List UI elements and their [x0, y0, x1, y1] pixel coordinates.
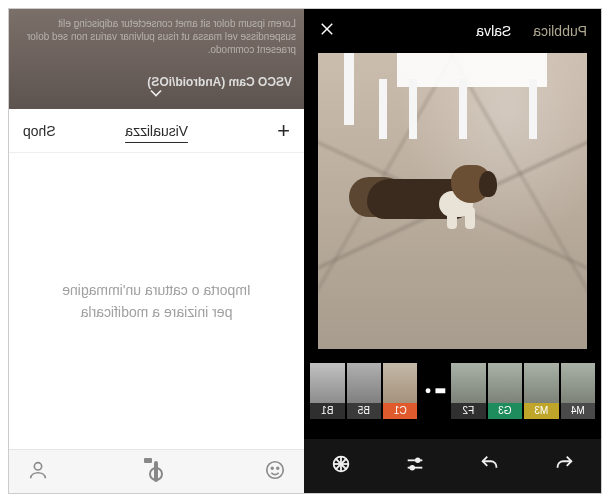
close-icon	[318, 20, 336, 38]
camera-icon	[155, 461, 159, 482]
filter-thumb[interactable]: G3	[488, 363, 522, 419]
presets-button[interactable]	[330, 453, 352, 479]
editor-header: Pubblica Salva	[304, 9, 601, 53]
profile-button[interactable]	[27, 459, 49, 485]
photo-dog	[345, 161, 495, 233]
compare-icon	[420, 376, 450, 406]
photo-preview[interactable]	[318, 53, 587, 349]
empty-state-line2: per iniziare a modificarla	[62, 301, 251, 323]
filter-label: M3	[524, 403, 558, 419]
filter-thumb[interactable]: F2	[451, 363, 485, 419]
filter-label: F2	[451, 403, 485, 419]
library-tabs: + Visualizza Shop	[9, 109, 304, 153]
background-text-blur: Lorem ipsum dolor sit amet consectetur a…	[17, 17, 296, 56]
publish-button[interactable]: Pubblica	[533, 23, 587, 39]
photo-chair	[318, 53, 587, 127]
preset-wheel-icon	[330, 453, 352, 475]
svg-point-3	[426, 389, 431, 394]
svg-point-6	[416, 459, 420, 463]
tab-view[interactable]: Visualizza	[125, 123, 188, 139]
svg-rect-2	[436, 389, 446, 394]
compare-toggle[interactable]	[420, 363, 450, 419]
filter-thumb[interactable]: M3	[524, 363, 558, 419]
tab-shop[interactable]: Shop	[23, 123, 56, 139]
sliders-icon	[404, 453, 426, 475]
redo-button[interactable]	[479, 453, 501, 479]
filter-thumb[interactable]: M4	[561, 363, 595, 419]
empty-state-line1: Importa o cattura un'immagine	[62, 279, 251, 301]
profile-icon	[27, 459, 49, 481]
expand-down-button[interactable]	[147, 83, 167, 105]
library-footer	[9, 449, 304, 493]
svg-point-13	[267, 461, 284, 478]
library-empty-state: Importa o cattura un'immagine per inizia…	[9, 153, 304, 449]
undo-icon	[553, 453, 575, 475]
camera-button[interactable]	[155, 463, 159, 481]
filter-label: M4	[561, 403, 595, 419]
filter-label: C1	[383, 403, 417, 419]
svg-point-16	[34, 462, 41, 469]
undo-button[interactable]	[553, 453, 575, 479]
filter-label: B1	[310, 403, 344, 419]
svg-point-7	[411, 466, 415, 470]
svg-point-15	[271, 467, 273, 469]
library-screen: Lorem ipsum dolor sit amet consectetur a…	[9, 9, 304, 493]
smiley-button[interactable]	[264, 459, 286, 485]
redo-icon	[479, 453, 501, 475]
filter-thumb[interactable]: B1	[310, 363, 344, 419]
filter-thumb[interactable]: B5	[347, 363, 381, 419]
filter-label: B5	[347, 403, 381, 419]
editor-toolbar	[304, 439, 601, 493]
filter-strip[interactable]: M4 M3 G3 F2 C1 B5 B1	[304, 357, 601, 419]
add-button[interactable]: +	[277, 118, 290, 144]
svg-point-14	[277, 467, 279, 469]
save-button[interactable]: Salva	[476, 23, 511, 39]
smiley-icon	[264, 459, 286, 481]
close-button[interactable]	[318, 20, 336, 42]
adjustments-button[interactable]	[404, 453, 426, 479]
filter-label: G3	[488, 403, 522, 419]
chevron-down-icon	[147, 83, 167, 103]
editor-screen: Pubblica Salva M4 M3	[304, 9, 601, 493]
library-bg-title: VSCO Cam (Android/iOS)	[147, 75, 292, 89]
filter-thumb[interactable]: C1	[383, 363, 417, 419]
library-background-photo: Lorem ipsum dolor sit amet consectetur a…	[9, 9, 304, 109]
